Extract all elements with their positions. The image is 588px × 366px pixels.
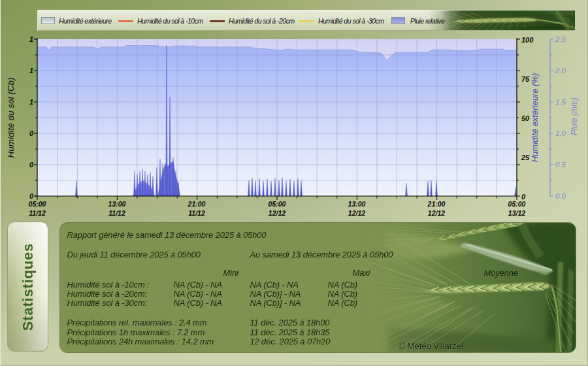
svg-text:1.0: 1.0: [555, 129, 566, 137]
svg-text:75: 75: [521, 75, 530, 83]
svg-text:13:00: 13:00: [348, 200, 366, 208]
svg-text:0: 0: [29, 192, 34, 200]
svg-text:2.5: 2.5: [555, 35, 566, 43]
svg-text:0: 0: [29, 129, 34, 137]
svg-text:21:00: 21:00: [188, 200, 206, 208]
svg-text:Humidité du sol (Cb): Humidité du sol (Cb): [6, 77, 16, 158]
svg-text:1: 1: [29, 67, 33, 75]
svg-text:12/12: 12/12: [269, 209, 286, 217]
svg-text:13:00: 13:00: [108, 200, 126, 208]
svg-text:1.5: 1.5: [555, 98, 566, 106]
svg-text:2.0: 2.0: [555, 67, 566, 75]
svg-text:Pluie (mm): Pluie (mm): [570, 97, 579, 135]
svg-text:25: 25: [521, 154, 530, 161]
svg-text:0.0: 0.0: [555, 192, 566, 200]
svg-text:11/12: 11/12: [108, 209, 125, 217]
svg-text:11/12: 11/12: [29, 209, 46, 217]
svg-text:12/12: 12/12: [348, 209, 365, 217]
svg-text:12/12: 12/12: [428, 209, 445, 217]
svg-text:0: 0: [29, 161, 34, 169]
svg-text:1: 1: [29, 35, 33, 43]
svg-text:100: 100: [521, 36, 534, 44]
svg-text:21:00: 21:00: [427, 200, 446, 208]
svg-text:Humidité extérieure (%): Humidité extérieure (%): [530, 73, 540, 163]
svg-text:05:00: 05:00: [29, 200, 46, 208]
svg-text:1: 1: [29, 98, 33, 106]
svg-text:0.5: 0.5: [555, 161, 566, 169]
svg-text:05:00: 05:00: [508, 200, 526, 208]
svg-text:05:00: 05:00: [269, 200, 286, 208]
svg-text:50: 50: [521, 114, 530, 122]
svg-text:13/12: 13/12: [508, 209, 525, 217]
svg-text:11/12: 11/12: [188, 209, 205, 217]
